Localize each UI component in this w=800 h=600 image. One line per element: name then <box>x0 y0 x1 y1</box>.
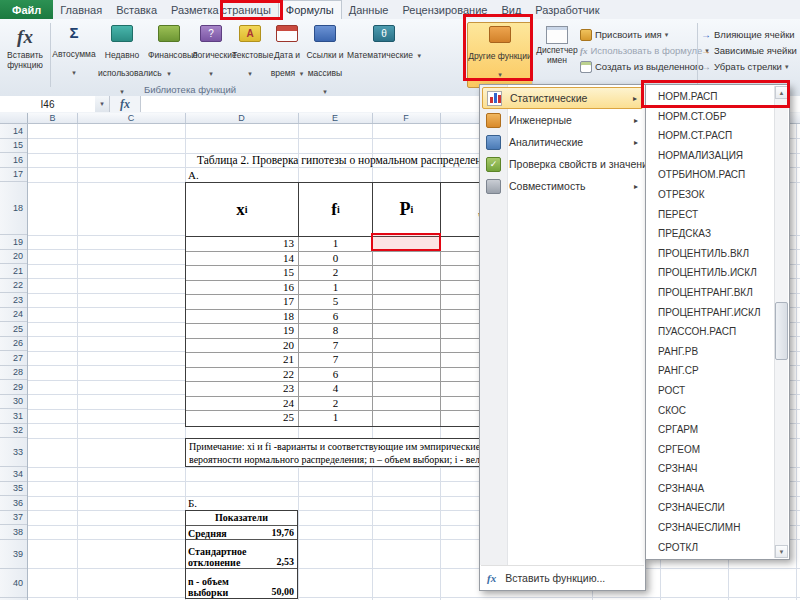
cell[interactable]: 19 <box>186 324 299 338</box>
tab-developer[interactable]: Разработчик <box>528 0 606 19</box>
row-header-38[interactable]: 38 <box>0 525 27 540</box>
cell[interactable] <box>373 368 441 382</box>
row-header-19[interactable]: 19 <box>0 235 27 250</box>
remove-arrows-button[interactable]: → Убрать стрелки ▾ <box>701 59 788 74</box>
row-header-26[interactable]: 26 <box>0 337 27 352</box>
cell[interactable]: 22 <box>186 368 299 382</box>
row-header-25[interactable]: 25 <box>0 322 27 337</box>
cell[interactable]: 5 <box>299 295 373 309</box>
cell[interactable] <box>373 397 441 411</box>
insert-function-menu-item[interactable]: fx Вставить функцию... <box>481 565 644 589</box>
cell[interactable] <box>373 237 441 251</box>
row-header-17[interactable]: 17 <box>0 168 27 183</box>
submenu-item[interactable]: НОРМ.СТ.РАСП <box>646 126 789 146</box>
cell[interactable]: 0 <box>299 252 373 266</box>
row-header-27[interactable]: 27 <box>0 351 27 366</box>
name-box[interactable]: I46 <box>0 96 96 112</box>
submenu-item[interactable]: ПРЕДСКАЗ <box>646 224 789 244</box>
row-header-39[interactable]: 39 <box>0 540 27 569</box>
cell[interactable]: 21 <box>186 353 299 367</box>
menu-item-information[interactable]: ✓ Проверка свойств и значений ▸ <box>482 153 643 175</box>
submenu-item[interactable]: НОРМАЛИЗАЦИЯ <box>646 146 789 166</box>
column-header-e[interactable]: E <box>298 113 373 123</box>
row-header-35[interactable]: 35 <box>0 482 27 497</box>
name-manager-button[interactable]: Диспетчер имен <box>536 22 578 84</box>
use-in-formula-button[interactable]: fx Использовать в формуле ▾ <box>580 43 709 58</box>
submenu-item[interactable]: ПРОЦЕНТРАНГ.ВКЛ <box>646 283 789 303</box>
text-button[interactable]: A Текстовые ▾ <box>232 22 268 86</box>
scrollbar-thumb[interactable] <box>775 302 788 360</box>
submenu-item[interactable]: ПЕРЕСТ <box>646 205 789 225</box>
row-header-18[interactable]: 18 <box>0 182 27 235</box>
row-header-30[interactable]: 30 <box>0 395 27 410</box>
tab-home[interactable]: Главная <box>53 0 109 19</box>
autosum-button[interactable]: Σ Автосумма ▾ <box>52 22 96 86</box>
menu-item-compatibility[interactable]: Совместимость ▸ <box>482 175 643 197</box>
cell[interactable]: 2 <box>299 397 373 411</box>
tab-page-layout[interactable]: Разметка страницы <box>164 0 278 19</box>
submenu-item[interactable]: ПРОЦЕНТИЛЬ.ИСКЛ <box>646 263 789 283</box>
row-header-15[interactable]: 15 <box>0 139 27 154</box>
submenu-item[interactable]: СРЗНАЧА <box>646 479 789 499</box>
name-box-dropdown[interactable]: ▾ <box>95 96 110 112</box>
recently-used-button[interactable]: Недавно использовались ▾ <box>98 22 146 86</box>
cell[interactable]: 15 <box>186 266 299 280</box>
submenu-item[interactable]: СРЗНАЧЕСЛИ <box>646 498 789 518</box>
cell[interactable] <box>373 266 441 280</box>
lookup-reference-button[interactable]: Ссылки и массивы ▾ <box>306 22 344 86</box>
tab-review[interactable]: Рецензирование <box>395 0 494 19</box>
row-header-34[interactable]: 34 <box>0 467 27 482</box>
cell[interactable]: 7 <box>299 353 373 367</box>
tab-data[interactable]: Данные <box>342 0 396 19</box>
cell[interactable]: 1 <box>299 411 373 426</box>
scroll-up-icon[interactable]: ▲ <box>775 86 788 99</box>
cell[interactable] <box>373 310 441 324</box>
row-header-40[interactable]: 40 <box>0 569 27 598</box>
tab-formulas[interactable]: Формулы <box>278 0 342 19</box>
cell[interactable]: 16 <box>186 281 299 295</box>
submenu-item[interactable]: ОТРЕЗОК <box>646 185 789 205</box>
submenu-item[interactable]: СРГАРМ <box>646 420 789 440</box>
cell[interactable]: 24 <box>186 397 299 411</box>
date-time-button[interactable]: Дата и время ▾ <box>270 22 304 86</box>
cell[interactable] <box>373 382 441 396</box>
submenu-item[interactable]: НОРМ.РАСП <box>646 87 789 107</box>
cell[interactable]: 25 <box>186 411 299 426</box>
create-from-selection-button[interactable]: Создать из выделенного <box>580 59 704 74</box>
logical-button[interactable]: ? Логические ▾ <box>192 22 230 86</box>
row-header-24[interactable]: 24 <box>0 308 27 323</box>
trace-dependents-button[interactable]: → Зависимые ячейки <box>701 43 797 58</box>
cell[interactable]: 6 <box>299 310 373 324</box>
submenu-item[interactable]: СРЗНАЧ <box>646 459 789 479</box>
cell[interactable] <box>373 281 441 295</box>
column-header-f[interactable]: F <box>372 113 441 123</box>
cell[interactable] <box>373 295 441 309</box>
cell[interactable]: 23 <box>186 382 299 396</box>
cell[interactable]: 18 <box>186 310 299 324</box>
row-header-16[interactable]: 16 <box>0 153 27 168</box>
trace-precedents-button[interactable]: → Влияющие ячейки <box>701 27 795 42</box>
row-header-28[interactable]: 28 <box>0 366 27 381</box>
menu-item-engineering[interactable]: Инженерные ▸ <box>482 109 643 131</box>
cell[interactable]: 7 <box>299 339 373 353</box>
row-header-32[interactable]: 32 <box>0 424 27 439</box>
select-all-corner[interactable] <box>0 113 28 123</box>
row-header-33[interactable]: 33 <box>0 438 27 467</box>
tab-file[interactable]: Файл <box>0 0 53 19</box>
row-header-36[interactable]: 36 <box>0 496 27 511</box>
cell[interactable]: 4 <box>299 382 373 396</box>
cell[interactable]: 20 <box>186 339 299 353</box>
submenu-item[interactable]: ПУАССОН.РАСП <box>646 322 789 342</box>
tab-view[interactable]: Вид <box>494 0 528 19</box>
submenu-item[interactable]: РАНГ.РВ <box>646 342 789 362</box>
submenu-item[interactable]: ПРОЦЕНТИЛЬ.ВКЛ <box>646 244 789 264</box>
menu-item-cube[interactable]: Аналитические ▸ <box>482 131 643 153</box>
cell[interactable] <box>373 252 441 266</box>
cell[interactable]: 17 <box>186 295 299 309</box>
math-trig-button[interactable]: θ Математические ▾ <box>346 22 422 86</box>
row-header-14[interactable]: 14 <box>0 124 27 139</box>
row-header-29[interactable]: 29 <box>0 380 27 395</box>
submenu-item[interactable]: СРГЕОМ <box>646 440 789 460</box>
cell[interactable]: 13 <box>186 237 299 251</box>
menu-item-statistical[interactable]: Статистические ▸ <box>482 87 643 109</box>
